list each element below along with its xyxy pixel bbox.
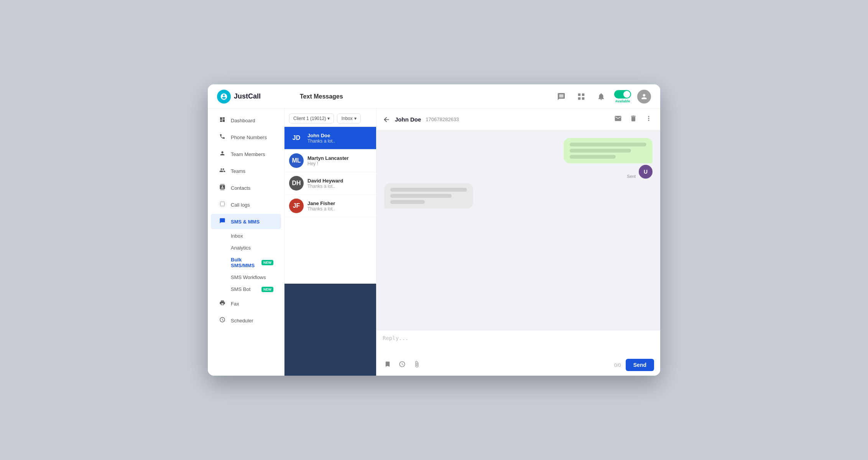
sidebar-label-contacts: Contacts	[231, 185, 250, 191]
conversation-list: JD John Doe Thanks a lot.. ML Martyn Lan…	[284, 127, 376, 284]
sidebar-label-sms: SMS & MMS	[231, 219, 260, 225]
delete-action-btn[interactable]	[628, 113, 639, 126]
user-avatar-btn[interactable]	[637, 90, 651, 104]
send-button[interactable]: Send	[626, 359, 654, 371]
sidebar-sub-analytics[interactable]: Analytics	[211, 242, 281, 253]
sms-icon	[219, 218, 226, 225]
sidebar-item-phone-numbers[interactable]: Phone Numbers	[211, 130, 281, 145]
conv-preview-john: Thanks a lot..	[307, 138, 372, 144]
inbox-chevron-icon: ▾	[354, 116, 357, 121]
phone-icon	[219, 133, 226, 141]
sidebar: Dashboard Phone Numbers Team Members Tea…	[208, 109, 284, 376]
sidebar-item-dashboard[interactable]: Dashboard	[211, 113, 281, 128]
conv-item-john-doe[interactable]: JD John Doe Thanks a lot..	[284, 127, 376, 150]
conv-preview-david: Thanks a lot..	[307, 184, 372, 189]
msg-bubble-received	[384, 183, 473, 209]
conv-preview-martyn: Hey !	[307, 161, 372, 166]
conv-item-david[interactable]: DH David Heyward Thanks a lot..	[284, 172, 376, 195]
logo-area: JustCall	[217, 90, 294, 104]
msg-sent-bubble: Sent U	[564, 138, 653, 179]
sidebar-label-dashboard: Dashboard	[231, 118, 255, 123]
status-toggle-area: Available	[614, 90, 631, 103]
conv-avatar-jane: JF	[289, 199, 304, 213]
bulk-new-badge: NEW	[261, 260, 273, 265]
recv-line-2	[390, 194, 452, 198]
inbox-filter-label: Inbox	[341, 116, 352, 121]
smsbot-new-badge: NEW	[261, 287, 273, 292]
conv-item-martyn[interactable]: ML Martyn Lancaster Hey !	[284, 150, 376, 172]
reply-tools	[383, 359, 422, 371]
conv-avatar-john: JD	[289, 131, 304, 145]
fax-icon	[219, 300, 226, 307]
sidebar-item-contacts[interactable]: Contacts	[211, 180, 281, 196]
sidebar-label-call-logs: Call logs	[231, 202, 250, 208]
sidebar-sub-workflows-label: SMS Workflows	[231, 274, 266, 280]
bell-icon-btn[interactable]	[594, 90, 608, 104]
msg-received-bubble	[384, 183, 473, 209]
reply-input[interactable]	[383, 335, 654, 354]
conv-dark-panel	[284, 284, 376, 376]
sidebar-label-teams: Teams	[231, 168, 245, 174]
sidebar-item-fax[interactable]: Fax	[211, 296, 281, 311]
chat-header-actions	[613, 113, 654, 126]
conv-info-john: John Doe Thanks a lot..	[307, 133, 372, 144]
msg-bubble-sent	[564, 138, 653, 163]
conv-info-martyn: Martyn Lancaster Hey !	[307, 155, 372, 166]
email-action-btn[interactable]	[613, 113, 623, 126]
inbox-filter-btn[interactable]: Inbox ▾	[337, 113, 360, 123]
client-filter-btn[interactable]: Client 1 (19012) ▾	[289, 113, 334, 123]
sidebar-item-sms-mms[interactable]: SMS & MMS	[211, 214, 281, 229]
logo-icon	[217, 90, 231, 104]
back-button[interactable]	[383, 116, 390, 123]
messages-area: Sent U	[376, 130, 660, 330]
team-members-icon	[219, 150, 226, 158]
sidebar-item-team-members[interactable]: Team Members	[211, 146, 281, 162]
client-filter-label: Client 1 (19012)	[293, 116, 326, 121]
recv-line-3	[390, 200, 425, 204]
chat-contact-name: John Doe	[395, 116, 421, 123]
sidebar-sub-inbox-label: Inbox	[231, 233, 243, 239]
bookmark-tool-btn[interactable]	[383, 359, 393, 371]
conv-avatar-david: DH	[289, 176, 304, 191]
more-action-btn[interactable]	[643, 113, 654, 126]
chat-icon-btn[interactable]	[554, 90, 568, 104]
sidebar-sub-bulk[interactable]: Bulk SMS/MMS NEW	[211, 254, 281, 271]
conv-name-martyn: Martyn Lancaster	[307, 155, 372, 161]
sidebar-sub-inbox[interactable]: Inbox	[211, 230, 281, 242]
sidebar-sub-bulk-label: Bulk SMS/MMS	[231, 257, 261, 268]
paperclip-tool-btn[interactable]	[412, 359, 422, 371]
grid-icon-btn[interactable]	[574, 90, 588, 104]
main-area: Dashboard Phone Numbers Team Members Tea…	[208, 109, 660, 376]
sidebar-label-team-members: Team Members	[231, 151, 265, 157]
reply-area: 0/0 Send	[376, 330, 660, 376]
sidebar-item-call-logs[interactable]: Call logs	[211, 197, 281, 212]
conv-avatar-martyn: ML	[289, 153, 304, 168]
top-header: JustCall Text Messages Available	[208, 84, 660, 109]
chat-contact-number: 170678282633	[426, 117, 459, 122]
scheduler-icon	[219, 317, 226, 324]
char-count: 0/0	[614, 362, 621, 368]
msg-line-3	[570, 155, 616, 159]
status-toggle[interactable]	[614, 90, 631, 99]
chat-area: John Doe 170678282633	[376, 109, 660, 376]
sidebar-item-teams[interactable]: Teams	[211, 163, 281, 179]
conv-item-jane[interactable]: JF Jane Fisher Thanks a lot..	[284, 195, 376, 217]
clock-tool-btn[interactable]	[397, 359, 407, 371]
recv-line-1	[390, 188, 467, 192]
sidebar-sub-smsbot-label: SMS Bot	[231, 286, 250, 292]
call-logs-icon	[219, 201, 226, 209]
sidebar-item-scheduler[interactable]: Scheduler	[211, 313, 281, 328]
sidebar-sub-smsbot[interactable]: SMS Bot NEW	[211, 284, 281, 295]
conv-name-john: John Doe	[307, 133, 372, 138]
client-chevron-icon: ▾	[327, 116, 330, 121]
sidebar-sub-workflows[interactable]: SMS Workflows	[211, 272, 281, 283]
conv-panel-header: Client 1 (19012) ▾ Inbox ▾	[284, 109, 376, 127]
dashboard-icon	[219, 117, 226, 124]
sender-avatar: U	[639, 165, 653, 179]
status-label: Available	[615, 99, 630, 103]
sidebar-sub-analytics-label: Analytics	[231, 245, 251, 251]
msg-status: Sent	[627, 174, 636, 179]
conv-name-jane: Jane Fisher	[307, 200, 372, 206]
page-title: Text Messages	[300, 93, 554, 100]
sidebar-label-fax: Fax	[231, 301, 239, 307]
